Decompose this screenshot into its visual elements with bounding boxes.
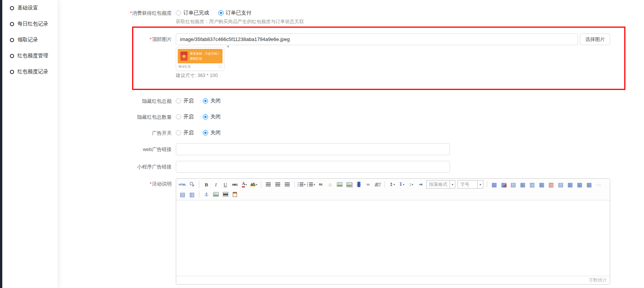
remove-format-icon[interactable] <box>373 180 382 189</box>
line-height-icon[interactable]: ↕▾ <box>407 180 415 189</box>
chevron-down-icon[interactable]: ▾ <box>304 183 305 186</box>
insert-link-icon[interactable]: ∞ <box>364 180 373 189</box>
radio-unselected-icon[interactable] <box>176 98 181 104</box>
circle-icon <box>10 54 14 58</box>
insert-row-below-icon[interactable]: ▦ <box>575 180 584 189</box>
cell-properties-icon[interactable]: ▤ <box>509 180 518 189</box>
sidebar-item-daily-redpacket-records[interactable]: 每日红包记录 <box>2 16 58 32</box>
preview-footer: 微信红包 <box>178 63 223 69</box>
radio-selected-icon[interactable] <box>218 10 224 16</box>
remove-image-icon[interactable]: × <box>227 44 229 49</box>
radio-option-order-paid[interactable]: 订单已支付 <box>218 9 252 16</box>
chevron-down-icon[interactable]: ▾ <box>450 181 455 188</box>
underline-icon[interactable]: U <box>221 180 230 189</box>
top-image-path-input[interactable] <box>176 33 578 45</box>
align-center-icon[interactable] <box>273 180 282 189</box>
chevron-down-icon[interactable]: ▾ <box>412 183 413 186</box>
radio-option-on[interactable]: 开启 <box>176 113 194 120</box>
table-header-icon[interactable]: ▤ <box>556 180 565 189</box>
strikethrough-icon[interactable]: ABC <box>230 180 239 189</box>
radio-option-off[interactable]: 关闭 <box>203 113 221 120</box>
radio-option-order-completed[interactable]: 订单已完成 <box>176 9 209 16</box>
blockquote-icon[interactable]: 66 <box>316 180 325 189</box>
radio-selected-icon[interactable] <box>203 130 208 135</box>
web-ad-link-input[interactable] <box>176 143 450 155</box>
radio-selected-icon[interactable] <box>203 114 208 120</box>
chevron-down-icon[interactable]: ▾ <box>403 183 404 186</box>
preview-glyph <box>189 181 195 187</box>
merge-rows-icon[interactable]: ▤ <box>178 190 187 198</box>
insert-image-icon[interactable] <box>335 180 344 189</box>
table-header-glyph: ▤ <box>558 182 563 187</box>
radio-option-off[interactable]: 关闭 <box>203 98 221 104</box>
align-left-icon[interactable] <box>264 180 273 189</box>
bold-icon[interactable]: B <box>202 180 211 189</box>
emoticons-glyph: ☺ <box>328 182 333 187</box>
more-tools-glyph: ▭ <box>596 182 601 187</box>
more-tools-icon[interactable]: ▭ <box>594 180 603 189</box>
remove-format-glyph <box>374 183 381 186</box>
sidebar-item-basic-settings[interactable]: 基础设置 <box>2 0 58 16</box>
highlight-glyph: ab <box>250 183 256 186</box>
html-source-icon[interactable]: HTML <box>178 180 187 189</box>
editor-content[interactable] <box>176 200 610 276</box>
margin-top-icon[interactable]: ↥▾ <box>388 180 396 189</box>
select-all-table-icon[interactable]: ▦ <box>585 180 593 189</box>
word-count-label[interactable]: 字数统计 <box>589 277 607 283</box>
insert-column-left-glyph: ▦ <box>539 182 544 187</box>
chevron-down-icon[interactable]: ▾ <box>313 183 315 186</box>
insert-table-icon[interactable]: ▦ <box>490 180 499 189</box>
chevron-down-icon[interactable]: ▾ <box>245 183 247 186</box>
chevron-down-icon[interactable]: ▾ <box>256 183 257 186</box>
insert-row-above-icon[interactable]: ▦ <box>518 180 527 189</box>
radio-selected-icon[interactable] <box>203 98 208 104</box>
choose-image-button[interactable]: 选择图片 <box>580 33 610 45</box>
sidebar-item-quota-records[interactable]: 红包额度记录 <box>2 64 58 80</box>
indent-icon[interactable]: ⇥ <box>416 180 425 189</box>
top-image-preview-card: 恭喜发财，大吉大利！ 领取红包 微信红包 <box>176 47 224 71</box>
radio-label: 关闭 <box>210 113 221 120</box>
merge-cells-icon[interactable]: ▥ <box>528 180 537 189</box>
radio-label: 订单已支付 <box>226 9 252 16</box>
sidebar-item-claim-records[interactable]: 领取记录 <box>2 32 58 48</box>
highlight-icon[interactable]: ab▾ <box>249 180 258 189</box>
radio-unselected-icon[interactable] <box>176 114 181 120</box>
insert-map-icon[interactable] <box>212 190 220 198</box>
image-album-glyph <box>346 182 352 187</box>
insert-column-left-icon[interactable]: ▦ <box>537 180 546 189</box>
paragraph-format-select[interactable]: 段落格式▾ <box>426 180 455 189</box>
emoticons-icon[interactable]: ☺ <box>326 180 335 189</box>
radio-option-on[interactable]: 开启 <box>176 129 194 136</box>
chevron-down-icon[interactable]: ▾ <box>393 183 395 186</box>
ordered-list-icon[interactable]: ▾ <box>297 180 306 189</box>
radio-option-on[interactable]: 开启 <box>176 98 194 104</box>
chevron-down-icon[interactable]: ▾ <box>477 181 483 188</box>
margin-bottom-icon[interactable]: ↧▾ <box>397 180 406 189</box>
consume-quota-radio-group: 订单已完成 订单已支付 <box>176 9 251 16</box>
font-color-icon[interactable]: A▾ <box>240 180 249 189</box>
radio-unselected-icon[interactable] <box>176 10 181 16</box>
anchor-icon[interactable]: ⚓ <box>202 190 211 198</box>
print-icon[interactable] <box>221 190 230 198</box>
delete-row-icon[interactable]: ▥ <box>547 180 556 189</box>
unordered-list-icon[interactable]: ▾ <box>307 180 316 189</box>
merge-columns-glyph: ▥ <box>189 192 194 197</box>
toolbar-separator <box>261 181 261 188</box>
sidebar-item-quota-management[interactable]: 红包额度管理 <box>2 48 58 64</box>
circle-icon <box>10 22 14 26</box>
image-album-icon[interactable] <box>345 180 354 189</box>
paste-icon[interactable] <box>230 190 239 198</box>
insert-image-glyph <box>337 182 343 187</box>
align-right-icon[interactable] <box>283 180 292 189</box>
preview-icon[interactable] <box>188 180 196 189</box>
font-size-select[interactable]: 字号▾ <box>458 180 483 189</box>
radio-unselected-icon[interactable] <box>176 130 181 135</box>
sidebar-item-label: 领取记录 <box>17 36 38 43</box>
italic-icon[interactable]: I <box>212 180 220 189</box>
insert-video-icon[interactable] <box>354 180 363 189</box>
delete-table-icon[interactable]: ▦ <box>499 180 508 189</box>
radio-option-off[interactable]: 关闭 <box>203 129 221 136</box>
miniprogram-ad-link-input[interactable] <box>176 161 450 173</box>
merge-columns-icon[interactable]: ▥ <box>188 190 196 198</box>
insert-column-right-icon[interactable]: ▦ <box>566 180 575 189</box>
